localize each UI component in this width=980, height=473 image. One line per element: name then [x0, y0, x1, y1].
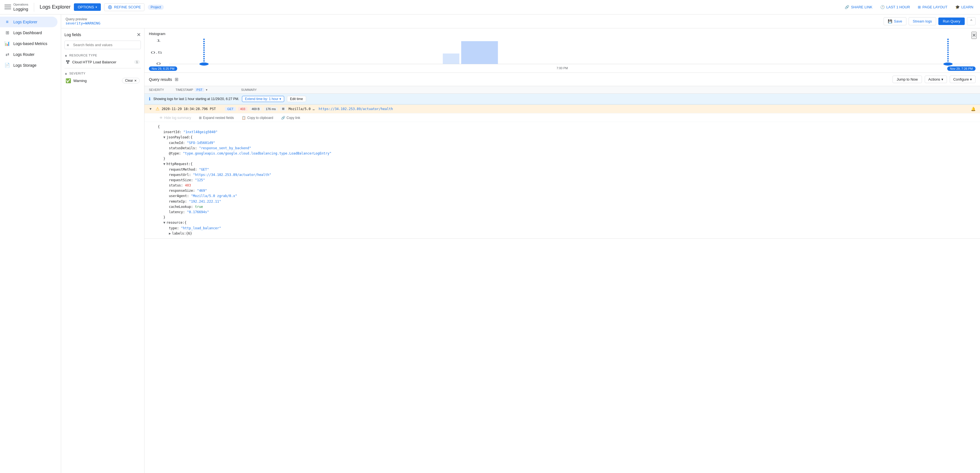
- resource-labels-line: ▶ labels: {6}: [169, 231, 975, 236]
- share-link-action[interactable]: 🔗 SHARE LINK: [843, 5, 875, 9]
- severity-header[interactable]: ▲ SEVERITY: [64, 71, 141, 76]
- sidebar-item-logs-based-metrics[interactable]: 📊 Logs-based Metrics: [0, 38, 57, 49]
- save-button[interactable]: 💾 Save: [884, 17, 907, 25]
- last-1-hour-label: LAST 1 HOUR: [886, 5, 910, 9]
- resource-labels-expand-icon[interactable]: ▶: [169, 231, 171, 236]
- run-label: Run Query: [943, 19, 960, 23]
- remote-ip-value: 192.241.222.11: [191, 199, 219, 204]
- expand-nested-button[interactable]: ⊞ Expand nested fields: [197, 115, 235, 121]
- log-fields-title: Log fields: [64, 32, 81, 37]
- options-label: OPTIONS: [78, 5, 94, 9]
- options-button[interactable]: OPTIONS ▾: [74, 3, 101, 11]
- request-url-value: https://34.102.253.89/actuator/health: [195, 173, 269, 177]
- logs-dashboard-label: Logs Dashboard: [13, 30, 42, 35]
- clear-x-icon: ✕: [134, 79, 137, 83]
- resource-type-header[interactable]: ▲ RESOURCE TYPE: [64, 53, 141, 58]
- insert-id-value: 1nxtl48geig5040: [186, 130, 216, 134]
- refine-scope-icon: [108, 5, 112, 10]
- time-label-left: Nov 29, 6:25 PM: [149, 67, 177, 71]
- refine-scope-label: REFINE SCOPE: [114, 5, 141, 9]
- resource-expand-icon[interactable]: ▼: [163, 220, 165, 225]
- configure-label: Configure: [953, 77, 969, 81]
- main-layout: ≡ Logs Explorer ⊞ Logs Dashboard 📊 Logs-…: [0, 14, 980, 473]
- resource-line: ▼ resource: {: [163, 220, 975, 225]
- copy-link-label: Copy link: [287, 116, 300, 120]
- log-detail-panel: 👁 Hide log summary ⊞ Expand nested field…: [145, 113, 980, 239]
- hide-summary-button[interactable]: 👁 Hide log summary: [158, 115, 193, 121]
- request-method-line: requestMethod: "GET": [169, 167, 975, 172]
- expand-query-button[interactable]: ⌃: [967, 17, 975, 25]
- query-value: severity=WARNING: [65, 21, 100, 25]
- logs-metrics-label: Logs-based Metrics: [13, 41, 47, 46]
- sidebar-item-logs-explorer[interactable]: ≡ Logs Explorer: [0, 17, 57, 27]
- info-icon: ℹ: [149, 96, 151, 102]
- sidebar-item-logs-router[interactable]: ⇄ Logs Router: [0, 49, 57, 60]
- pst-badge: PST: [195, 88, 204, 92]
- clock-icon: 🕐: [880, 5, 885, 9]
- query-preview-label: Query preview: [65, 17, 100, 21]
- info-banner: ℹ Showing logs for last 1 hour starting …: [145, 94, 980, 105]
- time-label-middle: 7:00 PM: [557, 67, 568, 71]
- url-text: https://34.102.253.89/actuator/health: [318, 107, 393, 111]
- jump-to-now-label: Jump to Now: [897, 77, 918, 81]
- clear-warning-button[interactable]: Clear ✕: [122, 78, 140, 83]
- clear-label: Clear: [125, 79, 133, 83]
- histogram-section: Histogram ✕ 1 0.5 0: [145, 28, 980, 73]
- row-collapse-arrow-icon: ▼: [149, 107, 152, 111]
- stream-logs-button[interactable]: Stream logs: [908, 17, 936, 25]
- svg-rect-16: [461, 41, 498, 64]
- warning-severity-item: ✅ Warning Clear ✕: [64, 76, 141, 85]
- sidebar-item-logs-storage[interactable]: 📄 Logs Storage: [0, 60, 57, 71]
- col-severity-header: SEVERITY: [149, 88, 171, 91]
- time-label-right: Nov 29, 7:26 PM: [947, 67, 975, 71]
- status-details-value: response_sent_by_backend: [201, 146, 249, 150]
- logs-router-label: Logs Router: [13, 52, 35, 57]
- response-size-value: 469: [199, 189, 205, 193]
- expand-results-icon[interactable]: ⊞: [175, 77, 178, 82]
- refine-scope-button[interactable]: REFINE SCOPE: [104, 3, 145, 11]
- bell-icon[interactable]: 🔔: [971, 107, 975, 111]
- size-chip: 469 B: [250, 107, 262, 111]
- http-request-close: }: [163, 215, 975, 220]
- copy-link-button[interactable]: 🔗 Copy link: [280, 115, 302, 121]
- svg-point-19: [943, 62, 953, 65]
- page-layout-action[interactable]: ⊞ PAGE LAYOUT: [916, 5, 950, 9]
- configure-button[interactable]: Configure ▾: [950, 76, 975, 83]
- json-payload-expand-icon[interactable]: ▼: [163, 135, 165, 140]
- edit-time-button[interactable]: Edit time: [287, 96, 306, 102]
- learn-action[interactable]: 🎓 LEARN: [953, 5, 975, 9]
- actions-button[interactable]: Actions ▾: [925, 76, 947, 83]
- sidebar-item-logs-dashboard[interactable]: ⊞ Logs Dashboard: [0, 27, 57, 38]
- extend-time-button[interactable]: Extend time by: 1 hour ▾: [242, 96, 284, 102]
- load-balancer-icon: [65, 60, 70, 64]
- query-bar: Query preview severity=WARNING 💾 Save St…: [61, 14, 980, 28]
- info-text: Showing logs for last 1 hour starting at…: [153, 97, 239, 101]
- log-entry-row[interactable]: ▼ ⚠ 2020-11-29 18:34:28.796 PST GET 403 …: [145, 105, 980, 113]
- pst-dropdown-icon[interactable]: ▾: [206, 88, 207, 92]
- jump-to-now-button[interactable]: Jump to Now: [892, 76, 922, 83]
- search-fields-input[interactable]: [64, 41, 141, 49]
- menu-icon[interactable]: [5, 3, 11, 10]
- logs-explorer-icon: ≡: [5, 19, 10, 24]
- request-size-value: 125: [197, 178, 203, 182]
- search-icon: ≡: [67, 43, 69, 47]
- cloud-http-lb-item[interactable]: Cloud HTTP Load Balancer 1: [64, 58, 141, 66]
- warning-check-icon: ✅: [65, 78, 71, 83]
- actions-chevron-icon: ▾: [942, 77, 943, 81]
- status-value: 403: [185, 183, 191, 188]
- extend-dropdown-icon: ▾: [280, 97, 281, 101]
- resource-type-chevron-icon: ▲: [64, 54, 67, 57]
- link-icon: 🔗: [281, 116, 285, 120]
- logs-dashboard-icon: ⊞: [5, 30, 10, 35]
- share-link-icon: 🔗: [845, 5, 849, 9]
- svg-rect-0: [5, 5, 11, 5]
- copy-clipboard-button[interactable]: 📋 Copy to clipboard: [240, 115, 275, 121]
- divider: [34, 3, 34, 12]
- last-1-hour-action[interactable]: 🕐 LAST 1 HOUR: [878, 5, 912, 9]
- json-payload-line: ▼ jsonPayload: {: [163, 135, 975, 140]
- close-log-fields-button[interactable]: ✕: [137, 32, 141, 38]
- run-query-button[interactable]: Run Query: [938, 18, 965, 25]
- log-fields-panel: Log fields ✕ ≡ ▲ RESOURCE TYPE: [61, 28, 145, 473]
- page-layout-label: PAGE LAYOUT: [923, 5, 948, 9]
- http-request-expand-icon[interactable]: ▼: [163, 161, 165, 167]
